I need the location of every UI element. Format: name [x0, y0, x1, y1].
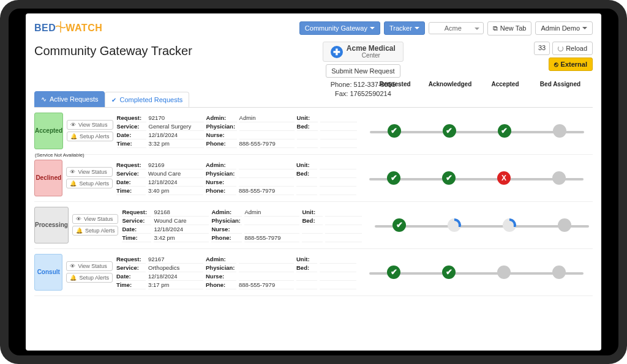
logo-pulse-icon: ⏆	[55, 21, 66, 34]
nurse-value	[239, 178, 294, 187]
service-label: Service:	[116, 264, 146, 272]
service-label: Service:	[116, 169, 146, 178]
unit-label: Unit:	[296, 161, 317, 169]
check-icon	[111, 96, 116, 103]
view-status-label: View Status	[78, 263, 107, 269]
user-menu[interactable]: Admin Demo	[535, 21, 593, 35]
unit-label: Unit:	[302, 208, 323, 217]
bell-icon	[70, 275, 77, 281]
tracker-dropdown[interactable]: Tracker	[384, 21, 425, 35]
nurse-value	[244, 225, 299, 234]
tracker-label: Tracker	[389, 24, 412, 32]
phone-value: 888-555-7979	[239, 281, 294, 289]
user-label: Admin Demo	[541, 24, 580, 32]
bed-value	[320, 122, 357, 131]
request-value: 92168	[154, 208, 209, 217]
new-tab-label: New Tab	[500, 24, 527, 32]
stage-node-bed-assigned	[553, 124, 566, 138]
setup-alerts-label: Setup Alerts	[79, 180, 109, 187]
caret-down-icon	[370, 27, 375, 32]
submit-label: Submit New Request	[331, 67, 394, 75]
stage-node-requested	[387, 266, 400, 279]
new-tab-button[interactable]: ⧉ New Tab	[487, 21, 532, 35]
setup-alerts-button[interactable]: Setup Alerts	[72, 226, 119, 236]
request-value: 92170	[149, 114, 204, 122]
pulse-icon	[41, 95, 47, 103]
setup-alerts-button[interactable]: Setup Alerts	[66, 273, 113, 283]
stage-node-accepted	[503, 218, 516, 232]
time-value: 3:40 pm	[148, 187, 203, 195]
stage-node-acknowledged	[448, 218, 461, 232]
progress-timeline	[360, 266, 593, 279]
physician-value	[244, 217, 299, 225]
phone-label: Phone:	[206, 187, 236, 195]
bell-icon	[70, 180, 77, 187]
bed-label: Bed:	[302, 217, 323, 225]
setup-alerts-button[interactable]: Setup Alerts	[66, 179, 113, 188]
submit-new-request-button[interactable]: Submit New Request	[326, 64, 400, 78]
org-select[interactable]: Acme	[429, 22, 484, 34]
unit-label: Unit:	[297, 114, 318, 122]
date-value: 12/18/2024	[154, 225, 209, 234]
phone-label: Phone:	[331, 81, 352, 88]
community-gateway-dropdown[interactable]: Community Gateway	[299, 21, 380, 35]
community-gateway-label: Community Gateway	[305, 24, 367, 32]
eye-icon	[70, 263, 75, 269]
view-status-button[interactable]: View Status	[72, 214, 119, 224]
service-value: Orthopedics	[148, 264, 203, 272]
service-value: Wound Care	[148, 169, 203, 178]
stage-node-requested	[392, 218, 406, 232]
view-status-button[interactable]: View Status	[67, 120, 113, 130]
admin-label: Admin:	[206, 161, 236, 169]
stage-node-accepted	[497, 171, 511, 185]
nurse-label: Nurse:	[206, 131, 237, 139]
status-badge: (Service Not Available) Declined	[34, 160, 62, 196]
date-value: 12/18/2024	[148, 272, 203, 281]
stage-col-bed-assigned: Bed Assigned	[533, 81, 588, 87]
tab-completed-requests[interactable]: Completed Requests	[105, 92, 189, 107]
request-value: 92167	[148, 255, 203, 264]
stage-node-acknowledged	[442, 171, 456, 185]
hospital-box: ✚ Acme Medical Center	[323, 42, 404, 62]
request-label: Request:	[116, 161, 146, 169]
time-label: Time:	[116, 187, 146, 195]
reload-label: Reload	[566, 45, 587, 52]
admin-label: Admin:	[206, 255, 236, 264]
unit-value	[325, 208, 362, 217]
request-row: Processing View Status Setup Alerts Requ…	[34, 202, 593, 249]
view-status-label: View Status	[78, 122, 107, 128]
date-value: 12/18/2024	[149, 131, 204, 139]
request-details: Request:92169 Admin: Unit: Service:Wound…	[116, 161, 356, 195]
view-status-label: View Status	[84, 216, 113, 222]
reload-button[interactable]: Reload	[552, 42, 593, 55]
time-label: Time:	[122, 234, 151, 242]
unit-value	[320, 255, 356, 264]
date-label: Date:	[117, 131, 146, 139]
nurse-label: Nurse:	[206, 178, 236, 187]
setup-alerts-button[interactable]: Setup Alerts	[67, 132, 113, 141]
external-label: External	[561, 61, 587, 68]
stage-node-requested	[388, 124, 401, 138]
tab-active-requests[interactable]: Active Requests	[34, 91, 105, 107]
request-label: Request:	[122, 208, 151, 217]
stage-node-accepted	[498, 124, 511, 138]
view-status-button[interactable]: View Status	[66, 167, 113, 177]
admin-value: Admin	[239, 114, 295, 122]
caret-down-icon	[415, 27, 419, 32]
phone-label: Phone:	[206, 139, 237, 148]
stage-node-acknowledged	[442, 266, 456, 279]
time-value: 3:17 pm	[148, 281, 203, 289]
hospital-plus-icon: ✚	[331, 46, 343, 58]
request-details: Request:92170 Admin:Admin Unit: Service:…	[117, 114, 357, 148]
request-details: Request:92168 Admin:Admin Unit: Service:…	[122, 208, 362, 242]
hospital-sub: Center	[347, 53, 396, 59]
view-status-button[interactable]: View Status	[66, 261, 113, 271]
request-row: Consult View Status Setup Alerts Request…	[34, 249, 593, 296]
unit-value	[320, 114, 357, 122]
nurse-label: Nurse:	[211, 225, 242, 234]
unit-value	[320, 161, 356, 169]
progress-timeline	[366, 218, 593, 232]
view-status-label: View Status	[78, 169, 107, 175]
service-value: General Surgery	[149, 122, 204, 131]
external-button[interactable]: ⎋ External	[549, 58, 593, 71]
